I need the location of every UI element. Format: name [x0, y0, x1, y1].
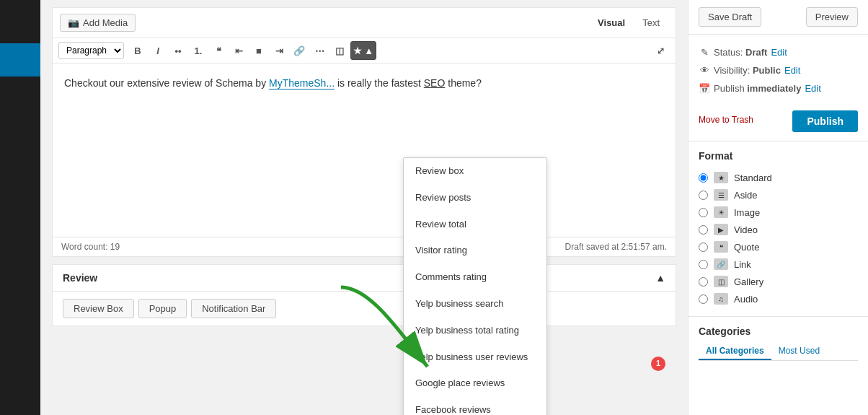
status-edit-link[interactable]: Edit [771, 47, 787, 58]
align-right-button[interactable]: ⇥ [270, 41, 288, 60]
visibility-row: 👁 Visibility: Public Edit [699, 61, 858, 79]
expand-button[interactable]: ⤢ [651, 41, 670, 60]
review-box-tab[interactable]: Review Box [63, 299, 134, 318]
editor-wrap: 📷 Add Media Visual Text Paragraph B I ••… [52, 7, 676, 257]
editor-content[interactable]: Checkout our extensive review of Schema … [53, 64, 676, 237]
format-image-radio[interactable] [699, 208, 708, 217]
save-draft-button[interactable]: Save Draft [699, 7, 761, 27]
ordered-list-button[interactable]: 1. [189, 41, 208, 60]
link-button[interactable]: 🔗 [290, 41, 309, 60]
format-image[interactable]: ☀ Image [699, 204, 858, 221]
add-media-row: 📷 Add Media Visual Text [53, 8, 676, 38]
format-gallery-icon: ◫ [714, 276, 728, 287]
draft-preview-row: Save Draft Preview [688, 0, 868, 35]
mythemeshop-link[interactable]: MyThemeSh... [269, 77, 335, 89]
format-audio-radio[interactable] [699, 294, 708, 304]
visual-text-tabs: Visual Text [589, 14, 668, 31]
main-area: 📷 Add Media Visual Text Paragraph B I ••… [40, 0, 688, 415]
dropdown-item-review-total[interactable]: Review total [404, 211, 546, 238]
sidebar-accent [0, 43, 40, 77]
review-collapse-icon[interactable]: ▲ [655, 272, 665, 284]
status-label: Status: Draft [714, 47, 767, 58]
format-audio-icon: ♫ [714, 293, 728, 305]
dropdown-item-visitor-rating[interactable]: Visitor rating [404, 237, 546, 264]
unordered-list-button[interactable]: •• [169, 41, 187, 60]
format-image-icon: ☀ [714, 206, 728, 218]
visibility-icon: 👁 [699, 65, 710, 76]
format-image-label: Image [734, 207, 760, 218]
format-section: Format ★ Standard ☰ Aside ☀ Image ▶ Vide… [688, 141, 868, 317]
status-icon: ✎ [699, 47, 710, 58]
format-quote[interactable]: ❝ Quote [699, 238, 858, 255]
format-gallery-radio[interactable] [699, 277, 708, 287]
most-used-tab[interactable]: Most Used [771, 343, 827, 360]
visibility-edit-link[interactable]: Edit [784, 65, 800, 76]
format-link[interactable]: 🔗 Link [699, 255, 858, 273]
green-arrow [327, 273, 471, 388]
format-video-icon: ▶ [714, 224, 728, 235]
format-title: Format [699, 150, 858, 162]
sidebar [0, 0, 40, 415]
blockquote-button[interactable]: ❝ [209, 41, 228, 60]
format-gallery[interactable]: ◫ Gallery [699, 273, 858, 290]
format-link-icon: 🔗 [714, 258, 728, 270]
format-standard[interactable]: ★ Standard [699, 169, 858, 186]
format-aside[interactable]: ☰ Aside [699, 186, 858, 204]
format-standard-icon: ★ [714, 172, 728, 183]
format-aside-label: Aside [734, 190, 758, 201]
format-standard-radio[interactable] [699, 173, 708, 183]
star-shortcode-button[interactable]: ★ ▲ [350, 41, 376, 60]
category-tabs: All Categories Most Used [699, 343, 858, 361]
align-left-button[interactable]: ⇤ [229, 41, 248, 60]
format-quote-label: Quote [734, 242, 759, 253]
draft-saved: Draft saved at 2:51:57 am. [565, 242, 667, 252]
notification-bar-tab[interactable]: Notification Bar [191, 299, 276, 318]
editor-text: Checkout our extensive review of Schema … [64, 75, 664, 91]
all-categories-tab[interactable]: All Categories [699, 343, 771, 360]
visual-tab[interactable]: Visual [589, 14, 634, 31]
format-video[interactable]: ▶ Video [699, 221, 858, 238]
format-quote-icon: ❝ [714, 241, 728, 253]
format-audio[interactable]: ♫ Audio [699, 290, 858, 307]
dropdown-item-review-box[interactable]: Review box [404, 158, 546, 185]
publish-time-row: 📅 Publish immediately Edit [699, 79, 858, 97]
popup-tab[interactable]: Popup [138, 299, 187, 318]
categories-title: Categories [699, 326, 858, 337]
right-panel: Save Draft Preview ✎ Status: Draft Edit … [688, 0, 868, 415]
format-standard-label: Standard [734, 172, 772, 183]
text-tab[interactable]: Text [634, 14, 668, 31]
editor-footer: Word count: 19 Draft saved at 2:51:57 am… [53, 237, 676, 256]
dropdown-item-facebook-reviews[interactable]: Facebook reviews [404, 397, 546, 415]
format-quote-radio[interactable] [699, 243, 708, 252]
dropdown-item-review-posts[interactable]: Review posts [404, 185, 546, 211]
visibility-label: Visibility: Public [714, 65, 781, 76]
publish-label: Publish immediately [714, 83, 801, 94]
publish-edit-link[interactable]: Edit [805, 83, 820, 94]
format-aside-radio[interactable] [699, 191, 708, 200]
paragraph-select[interactable]: Paragraph [58, 42, 124, 59]
format-link-radio[interactable] [699, 260, 708, 269]
bold-button[interactable]: B [128, 41, 147, 60]
add-media-button[interactable]: 📷 Add Media [60, 14, 136, 32]
align-center-button[interactable]: ■ [249, 41, 268, 60]
publish-meta-section: ✎ Status: Draft Edit 👁 Visibility: Publi… [688, 35, 868, 141]
format-video-radio[interactable] [699, 225, 708, 235]
format-aside-icon: ☰ [714, 189, 728, 201]
move-to-trash-link[interactable]: Move to Trash [699, 115, 753, 125]
add-media-icon: 📷 [68, 17, 79, 28]
review-section-title: Review [63, 272, 97, 284]
word-count: Word count: 19 [61, 242, 120, 252]
status-row: ✎ Status: Draft Edit [699, 43, 858, 61]
add-media-label: Add Media [83, 17, 128, 28]
format-gallery-label: Gallery [734, 276, 763, 287]
publish-icon: 📅 [699, 83, 710, 94]
format-toolbar: Paragraph B I •• 1. ❝ ⇤ ■ ⇥ 🔗 ⋯ ◫ ★ ▲ ⤢ [53, 38, 676, 64]
publish-button[interactable]: Publish [792, 110, 858, 132]
table-button[interactable]: ◫ [330, 41, 349, 60]
italic-button[interactable]: I [149, 41, 167, 60]
notification-badge: 1 [651, 357, 665, 371]
categories-section: Categories All Categories Most Used [688, 317, 868, 375]
insert-more-button[interactable]: ⋯ [310, 41, 329, 60]
format-video-label: Video [734, 224, 758, 235]
preview-button[interactable]: Preview [806, 7, 858, 27]
